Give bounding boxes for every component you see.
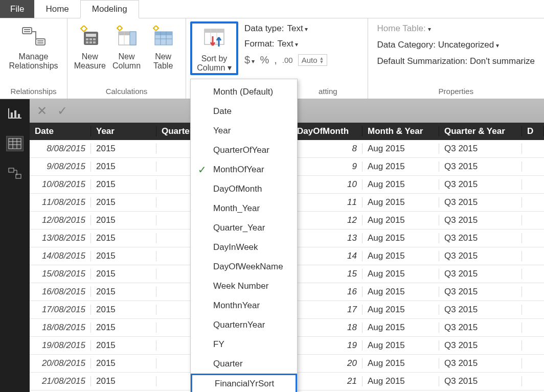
svg-rect-1 [24,29,30,30]
sort-icon [202,27,226,51]
cell-monthyear: Aug 2015 [362,144,439,154]
data-type-row[interactable]: Data type: Text [244,24,327,34]
svg-rect-29 [8,108,9,119]
col-header-date[interactable]: Date [30,126,91,136]
cell-date: 15/08/2015 [30,269,91,279]
cell-date: 14/08/2015 [30,251,91,261]
svg-rect-2 [24,31,30,32]
tab-home[interactable]: Home [34,0,80,18]
sort-menu-item[interactable]: Quarter [191,354,297,374]
cell-quarteryear: Q3 2015 [439,340,522,351]
sort-by-column-label: Sort by Column ▾ [197,54,232,73]
home-table-row[interactable]: Home Table: [377,24,535,34]
sort-menu-item[interactable]: QuarterOfYear [191,141,297,160]
col-header-monthyear[interactable]: Month & Year [362,126,439,136]
col-header-year[interactable]: Year [91,126,156,136]
sort-menu-item[interactable]: MonthnYear [191,296,297,315]
cell-dayofmonth: 17 [292,305,362,315]
cell-quarteryear: Q3 2015 [439,305,522,315]
decimal-places-stepper[interactable]: Auto ▲▼ [298,54,328,66]
col-header-dayofmonth[interactable]: DayOfMonth [292,126,362,136]
formula-commit-button[interactable]: ✓ [57,104,67,118]
cell-dayofmonth: 21 [292,376,362,386]
data-view-button[interactable] [6,136,24,151]
sort-menu-item[interactable]: QuarternYear [191,315,297,335]
cell-date: 16/08/2015 [30,287,91,297]
cell-monthyear: Aug 2015 [362,269,439,279]
group-relationships: Manage Relationships Relationships [0,18,67,99]
percent-button[interactable]: % [260,54,269,66]
cell-date: 19/08/2015 [30,340,91,351]
auto-label: Auto [302,56,318,64]
svg-rect-7 [86,34,96,37]
cell-date: 10/08/2015 [30,179,91,190]
format-row[interactable]: Format: Text [244,39,327,49]
cell-dayofmonth: 16 [292,287,362,297]
sort-by-column-button[interactable]: Sort by Column ▾ [190,21,238,75]
report-view-button[interactable] [6,106,24,122]
manage-relationships-button[interactable]: Manage Relationships [4,21,63,71]
default-summarization-label: Default Summarization: [377,56,468,66]
formula-cancel-button[interactable]: ✕ [37,104,47,118]
sort-menu-item[interactable]: DayOfMonth [191,179,297,199]
cell-dayofmonth: 11 [292,197,362,207]
sort-menu-item[interactable]: Month (Default) [191,82,297,102]
cell-year: 2015 [91,376,156,386]
cell-year: 2015 [91,358,156,368]
cell-dayofmonth: 20 [292,358,362,368]
svg-rect-12 [89,41,92,43]
new-measure-label: New Measure [74,52,106,71]
tab-file[interactable]: File [0,0,34,18]
sort-menu-item[interactable]: Date [191,102,297,121]
svg-rect-33 [9,139,21,149]
model-view-button[interactable] [6,166,24,181]
cell-year: 2015 [91,197,156,207]
col-header-last[interactable]: D [522,126,544,136]
sort-menu-item[interactable]: DayInWeek [191,238,297,257]
group-relationships-label: Relationships [0,85,67,99]
svg-rect-20 [155,32,172,35]
new-measure-button[interactable]: New Measure [72,21,108,71]
cell-quarteryear: Q3 2015 [439,251,522,261]
relationships-icon [21,25,46,49]
sort-menu-item[interactable]: FinancialYrSort [191,374,297,392]
cell-quarteryear: Q3 2015 [439,322,522,333]
cell-quarteryear: Q3 2015 [439,376,522,386]
view-rail [0,99,30,392]
sort-menu-item[interactable]: FY [191,335,297,354]
cell-year: 2015 [91,287,156,297]
new-column-button[interactable]: New Column [108,21,145,71]
tab-modeling[interactable]: Modeling [80,0,139,18]
svg-rect-31 [14,110,16,118]
sort-menu-item[interactable]: Week Number [191,276,297,296]
svg-rect-38 [9,168,14,172]
data-category-row[interactable]: Data Category: Uncategorized [377,40,535,50]
col-header-quarteryear[interactable]: Quarter & Year [439,126,522,136]
sort-menu-item[interactable]: Quarter_Year [191,218,297,238]
cell-date: 17/08/2015 [30,305,91,315]
cell-dayofmonth: 19 [292,340,362,351]
sort-menu-item[interactable]: Month_Year [191,199,297,218]
svg-rect-13 [93,41,96,43]
thousands-button[interactable]: , [274,54,277,66]
currency-button[interactable]: $ [244,54,255,66]
decimals-button[interactable]: .00 [282,56,293,64]
cell-year: 2015 [91,144,156,154]
format-label: Format: [244,39,275,49]
cell-date: 12/08/2015 [30,215,91,225]
default-summarization-row[interactable]: Default Summarization: Don't summarize [377,56,535,66]
sort-menu-item[interactable]: MonthOfYear [191,160,297,179]
cell-dayofmonth: 12 [292,215,362,225]
new-table-button[interactable]: New Table [145,21,182,71]
new-table-label: New Table [153,52,173,71]
new-column-icon [115,25,139,49]
cell-quarteryear: Q3 2015 [439,215,522,225]
manage-relationships-label: Manage Relationships [9,52,58,71]
sort-menu-item[interactable]: DayOfWeekName [191,257,297,276]
number-format-row: $ % , .00 Auto ▲▼ [244,54,327,66]
cell-monthyear: Aug 2015 [362,215,439,225]
cell-monthyear: Aug 2015 [362,179,439,190]
sort-menu-item[interactable]: Year [191,121,297,141]
cell-date: 18/08/2015 [30,322,91,333]
cell-year: 2015 [91,269,156,279]
